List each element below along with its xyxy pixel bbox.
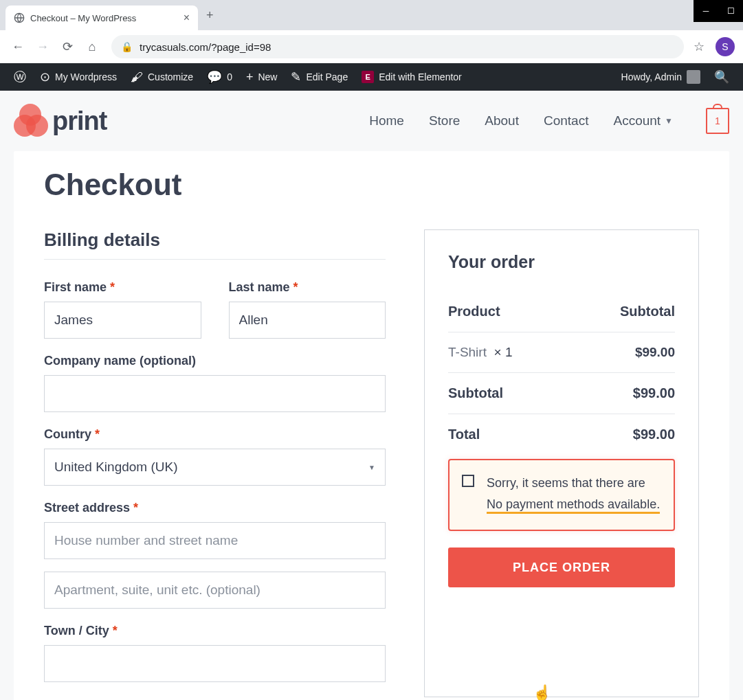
nav-contact[interactable]: Contact <box>544 113 588 128</box>
notice-checkbox-icon <box>462 475 474 487</box>
url-bar[interactable]: 🔒 trycasuals.com/?page_id=98 <box>111 35 684 58</box>
logo-text: print <box>52 106 107 136</box>
chevron-down-icon: ▼ <box>665 116 673 126</box>
nav-about[interactable]: About <box>485 113 519 128</box>
total-label: Total <box>448 427 633 442</box>
wp-new[interactable]: +New <box>239 63 285 91</box>
order-heading: Your order <box>448 252 675 272</box>
place-order-button[interactable]: PLACE ORDER <box>448 547 675 587</box>
bookmark-icon[interactable]: ☆ <box>694 39 705 54</box>
last-name-input[interactable] <box>229 302 386 339</box>
order-item-row: T-Shirt × 1 $99.00 <box>448 332 675 373</box>
home-button[interactable]: ⌂ <box>82 37 102 56</box>
town-label: Town / City * <box>44 624 386 638</box>
cart-button[interactable]: 1 <box>706 108 729 134</box>
lock-icon: 🔒 <box>121 41 133 52</box>
total-value: $99.00 <box>633 427 675 442</box>
back-button[interactable]: ← <box>8 37 27 56</box>
payment-notice: Sorry, it seems that there are No paymen… <box>448 459 675 531</box>
cart-count: 1 <box>715 115 720 126</box>
country-select[interactable]: United Kingdom (UK) ▼ <box>44 449 386 486</box>
window-controls: ─ ☐ <box>694 0 743 22</box>
street-address-2-input[interactable] <box>44 572 386 609</box>
wp-site-name[interactable]: ⊙My Wordpress <box>33 63 124 91</box>
company-label: Company name (optional) <box>44 354 386 368</box>
close-tab-icon[interactable]: × <box>184 12 190 24</box>
country-label: Country * <box>44 427 386 442</box>
globe-icon <box>14 12 25 23</box>
billing-heading: Billing details <box>44 229 386 251</box>
street-label: Street address * <box>44 501 386 515</box>
maximize-button[interactable]: ☐ <box>718 0 743 22</box>
profile-avatar[interactable]: S <box>716 37 735 56</box>
wp-admin-bar: ⓦ ⊙My Wordpress 🖌Customize 💬0 +New ✎Edit… <box>0 63 743 91</box>
company-input[interactable] <box>44 375 386 412</box>
street-address-1-input[interactable] <box>44 522 386 559</box>
wp-edit-elementor[interactable]: EEdit with Elementor <box>355 63 469 91</box>
nav-store[interactable]: Store <box>429 113 460 128</box>
url-text: trycasuals.com/?page_id=98 <box>140 41 271 53</box>
last-name-label: Last name * <box>229 280 386 295</box>
first-name-input[interactable] <box>44 302 201 339</box>
page-title: Checkout <box>44 168 699 202</box>
town-input[interactable] <box>44 645 386 682</box>
nav-account[interactable]: Account▼ <box>613 113 673 128</box>
chevron-down-icon: ▼ <box>368 464 375 471</box>
wp-edit-page[interactable]: ✎Edit Page <box>284 63 355 91</box>
reload-button[interactable]: ⟳ <box>58 37 77 56</box>
subtotal-value: $99.00 <box>633 385 675 401</box>
new-tab-button[interactable]: + <box>206 8 214 23</box>
logo-mark-icon <box>14 104 48 138</box>
avatar-icon <box>687 70 700 84</box>
nav-home[interactable]: Home <box>369 113 404 128</box>
order-summary: Your order Product Subtotal T-Shirt × 1 … <box>424 229 699 697</box>
forward-button[interactable]: → <box>33 37 52 56</box>
wp-comments[interactable]: 💬0 <box>200 63 239 91</box>
minimize-button[interactable]: ─ <box>694 0 718 22</box>
elementor-icon: E <box>362 71 374 83</box>
site-logo[interactable]: print <box>14 104 107 138</box>
wp-logo[interactable]: ⓦ <box>7 63 33 91</box>
col-product: Product <box>448 304 620 319</box>
wp-howdy[interactable]: Howdy, Admin <box>614 63 707 91</box>
col-subtotal: Subtotal <box>620 304 675 319</box>
tab-title: Checkout – My WordPress <box>30 13 178 23</box>
subtotal-label: Subtotal <box>448 385 633 401</box>
wp-search[interactable]: 🔍 <box>707 63 736 91</box>
browser-tab[interactable]: Checkout – My WordPress × <box>5 5 198 30</box>
first-name-label: First name * <box>44 280 201 295</box>
wp-customize[interactable]: 🖌Customize <box>124 63 200 91</box>
